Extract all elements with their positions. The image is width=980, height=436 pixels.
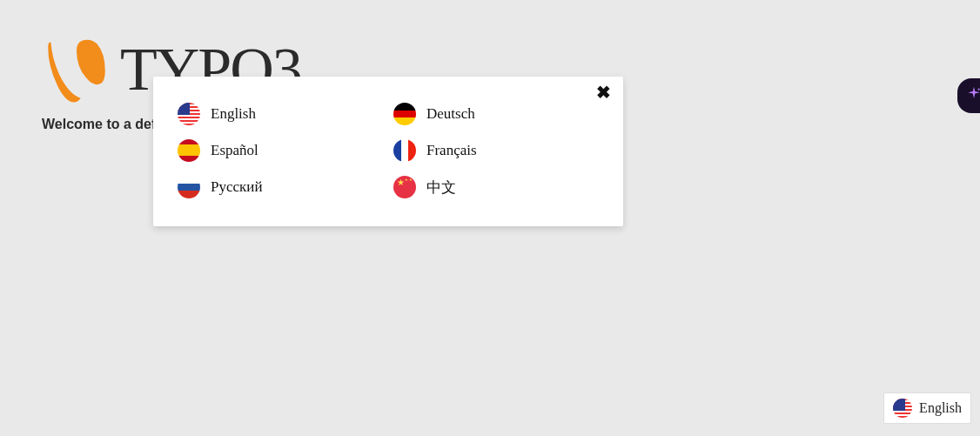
de-flag-icon [393,103,416,125]
assistant-widget-button[interactable] [957,78,980,113]
language-popup: ✖ English Deutsch Español Français Русск… [153,77,623,226]
language-option-russian[interactable]: Русский [178,176,383,198]
language-label: Español [211,142,258,159]
current-language-label: English [919,400,962,416]
language-label: Русский [211,178,263,196]
fr-flag-icon [393,139,416,162]
language-option-espanol[interactable]: Español [178,139,383,162]
popup-close-button[interactable]: ✖ [596,84,611,101]
close-icon: ✖ [596,83,611,102]
es-flag-icon [178,139,200,162]
typo3-logo-icon [42,36,111,104]
sparkle-icon [965,85,980,106]
language-label: Deutsch [426,105,475,123]
language-label: English [211,105,256,123]
language-label: Français [426,142,477,159]
current-language-badge[interactable]: English [883,392,971,424]
language-option-deutsch[interactable]: Deutsch [393,103,599,125]
language-grid: English Deutsch Español Français Русский… [178,103,599,198]
language-label: 中文 [426,178,456,198]
ru-flag-icon [178,176,200,198]
cn-flag-icon [393,176,416,198]
language-option-english[interactable]: English [178,103,383,125]
language-option-francais[interactable]: Français [393,139,599,162]
us-flag-icon [893,399,912,418]
us-flag-icon [178,103,200,125]
language-option-chinese[interactable]: 中文 [393,176,599,198]
